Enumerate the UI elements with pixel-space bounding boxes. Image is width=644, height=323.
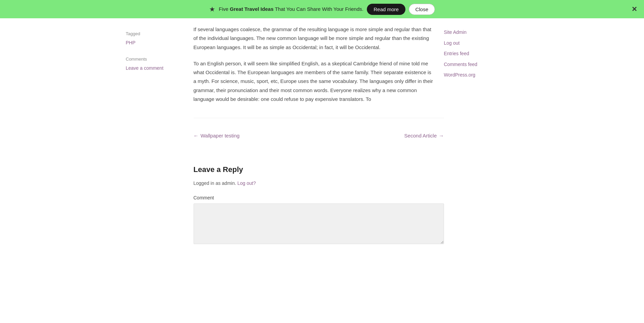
banner-text-prefix: Five xyxy=(219,6,230,12)
prev-post-label: Wallpaper testing xyxy=(201,132,240,140)
next-post-label: Second Article xyxy=(404,132,437,140)
logged-in-label: Logged in as admin. xyxy=(194,180,236,186)
comments-label: Comments xyxy=(126,56,183,63)
sidebar-links-list: Site AdminLog outEntries feedComments fe… xyxy=(444,28,518,79)
post-navigation: ← Wallpaper testing Second Article → xyxy=(194,118,444,153)
comment-label: Comment xyxy=(194,194,444,201)
main-content-area: If several languages coalesce, the gramm… xyxy=(194,18,444,260)
sidebar-link-log-out[interactable]: Log out xyxy=(444,40,460,46)
star-icon: ★ xyxy=(209,4,215,15)
sidebar-link-item: Log out xyxy=(444,39,518,47)
post-meta-sidebar: Tagged PHP Comments Leave a comment xyxy=(126,18,194,260)
tag-php-link[interactable]: PHP xyxy=(126,40,136,45)
next-arrow-icon: → xyxy=(439,132,444,140)
close-button[interactable]: Close xyxy=(409,4,435,15)
banner-text-bold: Great Travel Ideas xyxy=(230,6,273,12)
logout-link[interactable]: Log out? xyxy=(237,180,256,186)
prev-arrow-icon: ← xyxy=(194,132,199,140)
sidebar-link-wordpress.org[interactable]: WordPress.org xyxy=(444,72,475,78)
next-post-link[interactable]: Second Article → xyxy=(404,132,444,140)
sidebar-link-item: Site Admin xyxy=(444,28,518,37)
notification-banner: ★ Five Great Travel Ideas That You Can S… xyxy=(0,0,644,18)
sidebar-link-comments-feed[interactable]: Comments feed xyxy=(444,62,478,67)
right-sidebar: Site AdminLog outEntries feedComments fe… xyxy=(444,18,518,260)
tagged-label: Tagged xyxy=(126,30,183,38)
dismiss-icon[interactable]: ✕ xyxy=(631,6,637,13)
read-more-button[interactable]: Read more xyxy=(367,4,405,15)
paragraph-2: To an English person, it will seem like … xyxy=(194,59,434,104)
prev-post-link[interactable]: ← Wallpaper testing xyxy=(194,132,240,140)
banner-text: Five Great Travel Ideas That You Can Sha… xyxy=(219,5,363,13)
sidebar-link-item: Comments feed xyxy=(444,60,518,69)
paragraph-1: If several languages coalesce, the gramm… xyxy=(194,25,434,52)
post-content: If several languages coalesce, the gramm… xyxy=(194,18,444,111)
leave-comment-value: Leave a comment xyxy=(126,64,183,72)
tagged-value: PHP xyxy=(126,39,183,46)
sidebar-link-entries-feed[interactable]: Entries feed xyxy=(444,51,469,56)
reply-heading: Leave a Reply xyxy=(194,164,444,175)
leave-comment-link[interactable]: Leave a comment xyxy=(126,65,163,71)
sidebar-link-site-admin[interactable]: Site Admin xyxy=(444,29,467,35)
sidebar-link-item: WordPress.org xyxy=(444,70,518,79)
logged-in-text: Logged in as admin. Log out? xyxy=(194,179,444,187)
comment-textarea[interactable] xyxy=(194,203,444,244)
banner-text-suffix: That You Can Share With Your Friends. xyxy=(273,6,363,12)
sidebar-link-item: Entries feed xyxy=(444,49,518,58)
reply-section: Leave a Reply Logged in as admin. Log ou… xyxy=(194,153,444,260)
